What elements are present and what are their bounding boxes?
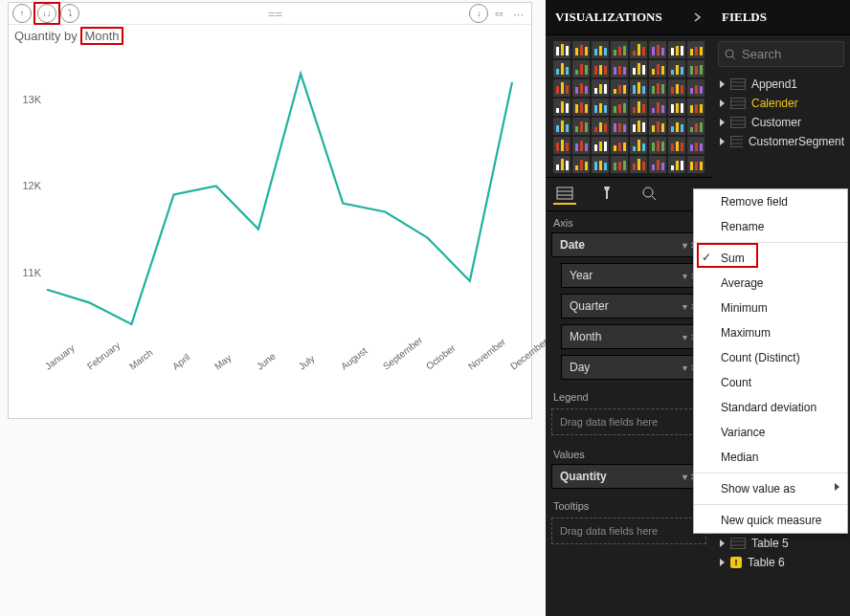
viz-type-icon[interactable] [668, 118, 685, 135]
viz-type-icon[interactable] [611, 79, 628, 97]
viz-type-icon[interactable] [611, 137, 628, 154]
drill-down-icon[interactable]: ↓↓ [37, 4, 56, 23]
viz-type-icon[interactable] [553, 99, 570, 116]
viz-type-icon[interactable] [649, 60, 666, 77]
viz-type-icon[interactable] [611, 156, 628, 173]
viz-type-icon[interactable] [572, 99, 590, 116]
viz-type-icon[interactable] [668, 41, 685, 58]
expand-level-icon[interactable]: ⤵ [60, 4, 79, 23]
viz-type-icon[interactable] [611, 118, 628, 135]
fields-tab-icon[interactable] [553, 184, 576, 205]
viz-type-icon[interactable] [592, 79, 609, 97]
viz-type-icon[interactable] [649, 156, 666, 173]
viz-type-icon[interactable] [630, 137, 647, 154]
viz-type-icon[interactable] [592, 137, 609, 154]
viz-type-icon[interactable] [687, 137, 705, 154]
viz-type-icon[interactable] [630, 156, 647, 173]
context-menu-item[interactable]: Sum✓ [694, 246, 847, 271]
viz-type-icon[interactable] [553, 137, 570, 154]
viz-type-icon[interactable] [553, 60, 570, 77]
viz-type-icon[interactable] [572, 118, 590, 135]
viz-type-icon[interactable] [572, 41, 590, 58]
context-menu-item[interactable]: Minimum [694, 296, 847, 320]
viz-type-icon[interactable] [630, 41, 647, 58]
viz-type-icon[interactable] [668, 99, 685, 116]
viz-type-icon[interactable] [687, 79, 705, 97]
viz-type-icon[interactable] [630, 60, 647, 77]
report-canvas[interactable]: ↑ ↓↓ ⤵ == ↓ ▭ ··· Quantity by Month 11K1… [0, 0, 546, 616]
viz-type-icon[interactable] [649, 99, 666, 116]
viz-type-icon[interactable] [687, 99, 705, 116]
viz-type-icon[interactable] [592, 99, 609, 116]
viz-type-icon[interactable] [592, 41, 609, 58]
focus-mode-icon[interactable]: ▭ [490, 5, 507, 22]
context-menu-item[interactable]: Maximum [694, 320, 847, 345]
field-table-row[interactable]: Calender [712, 94, 850, 113]
tooltips-drop-zone[interactable]: Drag data fields here [551, 517, 706, 544]
context-menu-item[interactable]: Variance [694, 420, 847, 445]
axis-field-pill[interactable]: Quarter▾ ✕ [561, 294, 706, 319]
viz-type-icon[interactable] [553, 79, 570, 97]
viz-type-icon[interactable] [649, 137, 666, 154]
field-table-row[interactable]: Table 5 [712, 534, 850, 553]
more-options-icon[interactable]: ··· [509, 7, 527, 21]
viz-type-icon[interactable] [668, 60, 685, 77]
viz-type-icon[interactable] [572, 137, 590, 154]
context-menu-item[interactable]: Remove field [694, 189, 847, 214]
context-menu-item[interactable]: Show value as [694, 476, 847, 501]
legend-drop-zone[interactable]: Drag data fields here [551, 408, 706, 435]
fields-panel-header[interactable]: FIELDS [712, 0, 850, 35]
viz-type-icon[interactable] [611, 41, 628, 58]
y-axis-tick: 13K [14, 94, 41, 105]
axis-field-pill[interactable]: Month▾ ✕ [561, 324, 706, 349]
viz-type-icon[interactable] [687, 60, 705, 77]
context-menu-item[interactable]: Average [694, 271, 847, 296]
field-table-row[interactable]: Append1 [712, 75, 850, 94]
export-icon[interactable]: ↓ [469, 4, 488, 23]
drag-handle-icon[interactable]: == [268, 7, 282, 21]
context-menu-item[interactable]: Median [694, 445, 847, 470]
viz-type-icon[interactable] [687, 156, 705, 173]
viz-type-icon[interactable] [630, 79, 647, 97]
context-menu-item[interactable]: Rename [694, 214, 847, 239]
viz-type-icon[interactable] [668, 79, 685, 97]
axis-field-pill[interactable]: Day▾ ✕ [561, 355, 706, 380]
viz-type-icon[interactable] [649, 41, 666, 58]
chart-visual[interactable]: ↑ ↓↓ ⤵ == ↓ ▭ ··· Quantity by Month 11K1… [8, 2, 532, 419]
viz-type-icon[interactable] [649, 118, 666, 135]
field-table-row[interactable]: Customer [712, 113, 850, 132]
format-tab-icon[interactable] [595, 184, 618, 203]
viz-type-icon[interactable] [668, 137, 685, 154]
viz-type-icon[interactable] [553, 118, 570, 135]
viz-type-icon[interactable] [592, 118, 609, 135]
viz-type-icon[interactable] [572, 79, 590, 97]
values-field-pill[interactable]: Quantity▾ ✕ [551, 464, 706, 489]
viz-type-icon[interactable] [630, 99, 647, 116]
viz-type-icon[interactable] [687, 118, 705, 135]
viz-type-icon[interactable] [572, 156, 590, 173]
viz-type-icon[interactable] [572, 60, 590, 77]
viz-type-icon[interactable] [592, 60, 609, 77]
viz-type-icon[interactable] [553, 41, 570, 58]
caret-right-icon [720, 119, 725, 126]
field-table-row[interactable]: !Table 6 [712, 553, 850, 572]
viz-type-icon[interactable] [553, 156, 570, 173]
viz-type-icon[interactable] [611, 99, 628, 116]
context-menu-item[interactable]: New quick measure [694, 508, 847, 533]
viz-type-icon[interactable] [592, 156, 609, 173]
axis-field-pill[interactable]: Year▾ ✕ [561, 263, 706, 288]
axis-field-pill[interactable]: Date▾ ✕ [551, 232, 706, 257]
drill-up-icon[interactable]: ↑ [12, 4, 32, 23]
visualizations-panel-header[interactable]: VISUALIZATIONS [546, 0, 712, 35]
field-table-row[interactable]: CustomerSegment [712, 132, 850, 151]
fields-search[interactable]: Search [718, 41, 844, 67]
viz-type-icon[interactable] [649, 79, 666, 97]
context-menu-item[interactable]: Standard deviation [694, 395, 847, 420]
context-menu-item[interactable]: Count (Distinct) [694, 345, 847, 370]
viz-type-icon[interactable] [668, 156, 685, 173]
context-menu-item[interactable]: Count [694, 370, 847, 395]
analytics-tab-icon[interactable] [638, 184, 660, 203]
viz-type-icon[interactable] [630, 118, 647, 135]
viz-type-icon[interactable] [687, 41, 705, 58]
viz-type-icon[interactable] [611, 60, 628, 77]
